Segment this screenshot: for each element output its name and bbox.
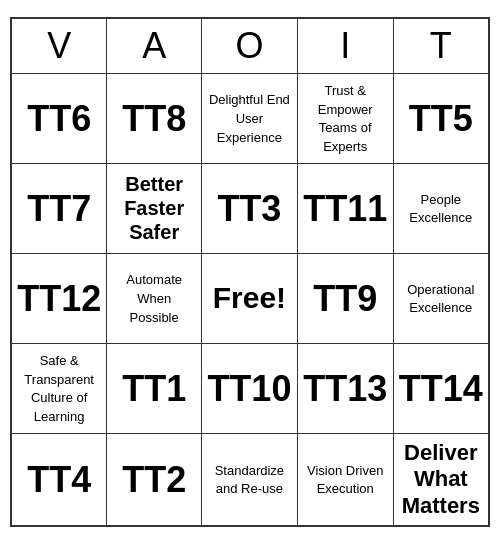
cell-text: TT11 [303,188,387,229]
cell-text: TT10 [207,368,291,409]
bingo-cell-r3-c0: Safe & Transparent Culture of Learning [11,343,107,433]
cell-text: Operational Excellence [407,282,474,316]
column-header-v: V [11,18,107,74]
bingo-cell-r1-c3: TT11 [297,163,393,253]
bingo-cell-r3-c2: TT10 [201,343,297,433]
cell-text: TT14 [399,368,483,409]
cell-text: TT3 [217,188,281,229]
bingo-cell-r0-c4: TT5 [393,73,489,163]
cell-text: Safe & Transparent Culture of Learning [24,353,94,425]
cell-text: TT4 [27,459,91,500]
column-header-a: A [107,18,202,74]
cell-text: TT12 [17,278,101,319]
bingo-cell-r4-c4: Deliver What Matters [393,433,489,526]
cell-text: Standardize and Re-use [215,463,284,497]
column-header-t: T [393,18,489,74]
column-header-i: I [297,18,393,74]
bingo-cell-r4-c1: TT2 [107,433,202,526]
bingo-cell-r0-c3: Trust & Empower Teams of Experts [297,73,393,163]
cell-text: TT6 [27,98,91,139]
bingo-row-1: TT7Better Faster SaferTT3TT11People Exce… [11,163,489,253]
bingo-cell-r4-c0: TT4 [11,433,107,526]
cell-text: People Excellence [409,192,472,226]
bingo-cell-r2-c1: Automate When Possible [107,253,202,343]
bingo-cell-r2-c4: Operational Excellence [393,253,489,343]
cell-text: TT2 [122,459,186,500]
cell-text: Deliver What Matters [402,440,480,518]
bingo-cell-r0-c2: Delightful End User Experience [201,73,297,163]
cell-text: Trust & Empower Teams of Experts [318,83,373,155]
bingo-cell-r1-c4: People Excellence [393,163,489,253]
bingo-cell-r0-c0: TT6 [11,73,107,163]
cell-text: Vision Driven Execution [307,463,383,497]
bingo-row-0: TT6TT8Delightful End User ExperienceTrus… [11,73,489,163]
header-row: VAOIT [11,18,489,74]
cell-text: TT1 [122,368,186,409]
bingo-row-3: Safe & Transparent Culture of LearningTT… [11,343,489,433]
cell-text: Better Faster Safer [124,173,184,243]
bingo-cell-r2-c0: TT12 [11,253,107,343]
bingo-row-2: TT12Automate When PossibleFree!TT9Operat… [11,253,489,343]
cell-text: Automate When Possible [126,272,182,325]
bingo-cell-r1-c2: TT3 [201,163,297,253]
bingo-card: VAOIT TT6TT8Delightful End User Experien… [10,17,490,527]
bingo-cell-r3-c1: TT1 [107,343,202,433]
cell-text: Delightful End User Experience [209,92,290,145]
bingo-row-4: TT4TT2Standardize and Re-useVision Drive… [11,433,489,526]
bingo-cell-r2-c2: Free! [201,253,297,343]
bingo-cell-r4-c3: Vision Driven Execution [297,433,393,526]
cell-text: TT8 [122,98,186,139]
bingo-cell-r4-c2: Standardize and Re-use [201,433,297,526]
cell-text: TT13 [303,368,387,409]
cell-text: Free! [213,281,286,314]
bingo-cell-r1-c1: Better Faster Safer [107,163,202,253]
cell-text: TT7 [27,188,91,229]
cell-text: TT5 [409,98,473,139]
cell-text: TT9 [313,278,377,319]
bingo-cell-r2-c3: TT9 [297,253,393,343]
bingo-cell-r3-c4: TT14 [393,343,489,433]
bingo-cell-r0-c1: TT8 [107,73,202,163]
column-header-o: O [201,18,297,74]
bingo-cell-r1-c0: TT7 [11,163,107,253]
bingo-cell-r3-c3: TT13 [297,343,393,433]
